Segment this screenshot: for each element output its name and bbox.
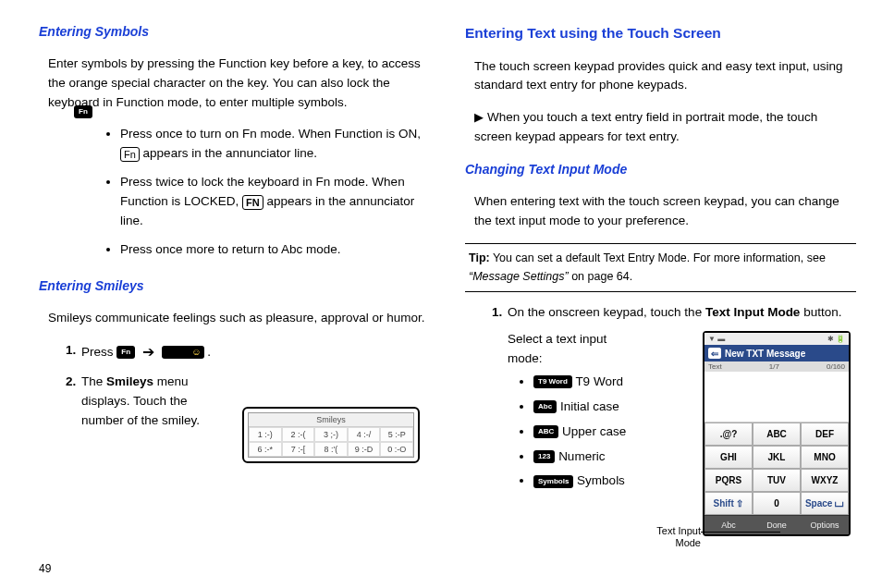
symbols-badge-icon: Symbols xyxy=(533,475,573,488)
smiley-cell: 2 :-( xyxy=(282,427,315,442)
status-right: ✱ 🔋 xyxy=(827,335,845,343)
bullet-fn-lock: Press twice to lock the keyboard in Fn m… xyxy=(120,173,430,231)
heading-entering-symbols: Entering Symbols xyxy=(39,22,430,43)
arrow-icon: ➔ xyxy=(142,344,154,360)
back-icon: ⇐ xyxy=(708,348,721,359)
t9-badge-icon: T9 Word xyxy=(533,375,572,388)
space-smiley-key-icon xyxy=(162,346,204,359)
numeric-badge-icon: 123 xyxy=(533,450,555,463)
fn-key-icon: Fn xyxy=(74,105,92,118)
key-shift: Shift ⇧ xyxy=(704,492,753,515)
fn-key-icon: Fn xyxy=(116,346,135,359)
abc-badge-icon: Abc xyxy=(533,400,557,413)
bullet-fn-on: Press once to turn on Fn mode. When Func… xyxy=(120,125,430,164)
phone-caption: Text InputMode xyxy=(656,525,701,549)
fn-on-icon: Fn xyxy=(120,147,140,162)
softkey-options: Options xyxy=(801,515,849,534)
smileys-popup-illustration: Smileys 1 :-) 2 :-( 3 ;-) 4 :-/ 5 :-P 6 … xyxy=(242,407,420,463)
fn-lock-icon: FN xyxy=(242,195,263,210)
smiley-step-1: Press Fn ➔ . xyxy=(80,341,430,364)
key: GHI xyxy=(704,446,753,469)
change-mode-intro: When entering text with the touch screen… xyxy=(474,192,856,231)
key: DEF xyxy=(801,423,849,446)
symbols-bullets: Press once to turn on Fn mode. When Func… xyxy=(120,125,430,260)
key-space: Space ⌴ xyxy=(801,492,849,515)
symbols-intro: Enter symbols by pressing the Function k… xyxy=(48,55,430,113)
key: MNO xyxy=(801,446,849,469)
heading-entering-smileys: Entering Smileys xyxy=(39,276,430,297)
key: .@? xyxy=(704,423,753,446)
touch-note: ▶When you touch a text entry field in po… xyxy=(474,108,856,147)
bullet-fn-return: Press once more to return to Abc mode. xyxy=(120,240,430,260)
left-column: Entering Symbols Enter symbols by pressi… xyxy=(39,22,430,581)
phone-screenshot: ▼ ▬ ✱ 🔋 ⇐ New TXT Message Text 1/7 0/160… xyxy=(703,331,851,536)
phone-textarea xyxy=(704,372,849,423)
page-number: 49 xyxy=(39,562,51,575)
smiley-cell: 0 :-O xyxy=(380,442,413,457)
key: TUV xyxy=(753,469,801,492)
heading-touch-screen: Entering Text using the Touch Screen xyxy=(465,22,856,44)
smiley-cell: 9 :-D xyxy=(348,442,381,457)
phone-keypad: .@? ABC DEF GHI JKL MNO PQRS TUV WXYZ Sh… xyxy=(704,423,849,515)
smiley-cell: 7 :-[ xyxy=(282,442,315,457)
key: ABC xyxy=(753,423,801,446)
heading-change-mode: Changing Text Input Mode xyxy=(465,160,856,180)
status-left: ▼ ▬ xyxy=(708,335,725,343)
select-mode-prompt: Select a text input mode: xyxy=(508,330,637,369)
smiley-cell: 3 ;-) xyxy=(314,427,348,442)
smiley-cell: 1 :-) xyxy=(249,427,282,442)
key: 0 xyxy=(753,492,801,515)
smileys-popup-title: Smileys xyxy=(249,413,413,427)
touch-intro: The touch screen keypad provides quick a… xyxy=(474,57,856,96)
caption-leader-line xyxy=(701,532,780,533)
tip-box: Tip: You can set a default Text Entry Mo… xyxy=(465,243,856,292)
smiley-cell: 6 :-* xyxy=(249,442,282,457)
pointer-icon: ▶ xyxy=(474,110,484,124)
smiley-cell: 4 :-/ xyxy=(348,427,381,442)
key: JKL xyxy=(753,446,801,469)
smiley-cell: 5 :-P xyxy=(380,427,413,442)
key: WXYZ xyxy=(801,469,849,492)
upper-badge-icon: ABC xyxy=(533,425,558,438)
smiley-cell: 8 :'( xyxy=(314,442,348,457)
smileys-intro: Smileys communicate feelings such as ple… xyxy=(48,309,430,328)
phone-title: New TXT Message xyxy=(725,349,805,359)
key: PQRS xyxy=(704,469,753,492)
